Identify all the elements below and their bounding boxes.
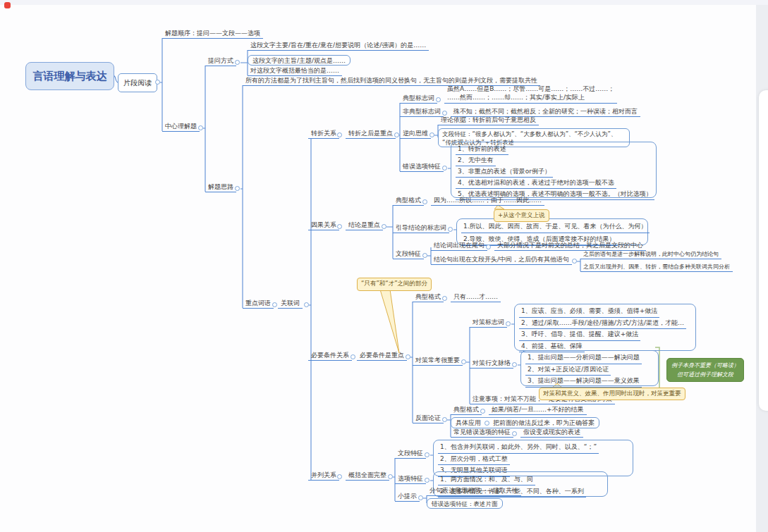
topic-bl-feature-item[interactable]: 2、层次分明，格式工整 (438, 454, 510, 466)
topic-biyao-focus[interactable]: 必要条件是重点 (357, 351, 407, 361)
collapse-icon[interactable] (512, 431, 517, 436)
topic-head-item[interactable]: 之后的语句是进一步解释说明，此时中心句仍为结论句 (580, 249, 721, 259)
collapse-icon[interactable] (461, 359, 466, 364)
topic-yinguo-focus[interactable]: 结论是重点 (346, 221, 383, 230)
topic-binglie-focus[interactable]: 概括全面完整 (346, 471, 389, 481)
collapse-icon[interactable] (429, 132, 434, 137)
topic-ask-item[interactable]: 这段文字主要/旨在/重在/意在/想要说明（论述/强调）的是…… (248, 41, 429, 51)
collapse-icon[interactable] (235, 186, 240, 191)
record-indicator-icon[interactable] (4, 2, 11, 8)
collapse-icon[interactable] (436, 97, 441, 102)
collapse-icon[interactable] (304, 302, 309, 307)
topic-typical-text[interactable]: 虽然A……但是B……；尽管……可是……；……不过……； ……然而……；……却……… (444, 85, 617, 104)
topic-error-label[interactable]: 错误选项特征 (400, 162, 444, 172)
topic-fm-error-text[interactable]: 假设变成现实的表述 (520, 428, 583, 438)
collapse-icon[interactable] (442, 111, 447, 116)
topic-pianduan[interactable]: 片段阅读 (118, 73, 157, 92)
topic-tip-item[interactable]: 分句表达意思相同——提取共性 (427, 486, 521, 496)
topic-vein-label[interactable]: 对策行文脉络 (470, 359, 513, 369)
collapse-icon[interactable] (198, 125, 203, 130)
topic-zhuanzhe-label[interactable]: 转折关系 (308, 129, 339, 139)
topic-marker-item[interactable]: 1.所以、因此、因而、故而、于是、可见、看来（为什么、为何） (461, 221, 650, 233)
topic-reverse-label[interactable]: 逆向思维 (400, 129, 431, 139)
collapse-icon[interactable] (422, 199, 427, 204)
collapse-icon[interactable] (486, 245, 491, 249)
collapse-icon[interactable] (235, 60, 240, 65)
topic-ask-label[interactable]: 提问方式 (205, 56, 236, 66)
topic-by-format-text[interactable]: 只有……才…… (451, 292, 501, 302)
collapse-icon[interactable] (480, 409, 485, 414)
topic-yg-feature-label[interactable]: 文段特征 (393, 249, 424, 259)
topic-fm-apply-label[interactable]: 具体应用 (456, 419, 481, 428)
topic-zhongxin[interactable]: 中心理解题 (162, 122, 200, 132)
topic-fm-format-label[interactable]: 典型格式 (451, 405, 482, 415)
topic-tip-item[interactable]: 错误选项特征：表述片面 (427, 498, 503, 509)
collapse-icon[interactable] (425, 452, 429, 457)
topic-by-format-label[interactable]: 典型格式 (413, 292, 444, 302)
topic-yinguo-label[interactable]: 因果关系 (308, 221, 339, 230)
topic-yg-format-text[interactable]: 因为……所以……；由于……因此…… (431, 196, 544, 206)
collapse-icon[interactable] (506, 321, 511, 326)
topic-tail-label[interactable]: 结论词出现在尾句 (431, 241, 487, 251)
topic-biyao-label[interactable]: 必要条件关系 (308, 351, 352, 361)
collapse-icon[interactable] (418, 495, 423, 500)
topic-duice-label[interactable]: 对策常考很重要 (413, 356, 463, 366)
topic-tip-label[interactable]: 小提示 (395, 492, 420, 502)
collapse-icon[interactable] (382, 224, 386, 229)
topic-binglie-label[interactable]: 并列关系 (308, 471, 339, 481)
topic-ask-item[interactable]: 对这段文字概括最恰当的是…… (248, 66, 342, 76)
topic-fanmian-label[interactable]: 反面论证 (413, 414, 444, 423)
topic-duice-marker-item[interactable]: 3、呼吁、倡导、提倡、提醒、建议+做法 (519, 329, 640, 341)
collapse-icon[interactable] (394, 132, 399, 137)
topic-duice-marker-label[interactable]: 对策标志词 (470, 318, 507, 328)
callout-yiyi[interactable]: +从这个意义上说 (494, 209, 549, 222)
collapse-icon[interactable] (337, 474, 342, 479)
collapse-icon[interactable] (422, 253, 427, 258)
topic-vein-item[interactable]: 1、提出问题——分析问题——解决问题 (525, 352, 642, 364)
collapse-icon[interactable] (448, 227, 453, 232)
collapse-icon[interactable] (337, 132, 342, 137)
topic-ask-item[interactable]: 这段文字的主旨/主题/观点是…… (248, 55, 351, 66)
topic-zhongdian[interactable]: 重点词语 (243, 299, 274, 309)
collapse-icon[interactable] (425, 478, 429, 483)
topic-atypical-label[interactable]: 非典型标志词 (400, 107, 444, 117)
topic-bl-feature-item[interactable]: 1、包含并列关联词，如此外、另外、同时、以及、“；” (438, 442, 599, 454)
topic-fm-apply-text[interactable]: 把前面的做法反过来，即为正确答案 (493, 419, 595, 428)
topic-fm-error-label[interactable]: 常见错误选项的特征 (451, 428, 513, 438)
topic-bl-option-item[interactable]: 1、两方面情况：和、及、与、同 (438, 474, 535, 485)
collapse-icon[interactable] (351, 354, 355, 359)
collapse-icon[interactable] (512, 362, 517, 367)
collapse-icon[interactable] (155, 80, 160, 85)
collapse-icon[interactable] (388, 474, 393, 479)
topic-fm-format-text[interactable]: 如果/倘若/一旦……+不好的结果 (489, 405, 587, 415)
topic-silu-label[interactable]: 解题思路 (205, 183, 236, 192)
collapse-icon[interactable] (406, 354, 410, 359)
topic-error-item[interactable]: 2、无中生有 (456, 155, 496, 166)
collapse-icon[interactable] (484, 421, 489, 426)
topic-duice-marker-item[interactable]: 1、应该、应当、必须、需要、亟须、值得+做法 (519, 306, 659, 318)
collapse-icon[interactable] (272, 302, 277, 307)
collapse-icon[interactable] (337, 224, 342, 229)
topic-bl-feature-label[interactable]: 文段特征 (395, 449, 426, 459)
collapse-icon[interactable] (572, 259, 577, 264)
callout-duice-priority[interactable]: 对策和其意义、效果、作用同时出现时，对策更重要 (539, 388, 685, 400)
topic-guanlian[interactable]: 关联词 (278, 299, 303, 309)
topic-error-item[interactable]: 4、优选相对温和的表述，表述过于绝对的选项一般不选 (456, 178, 616, 189)
topic-duice-marker-item[interactable]: 2、通过/采取……手段/途径/措施/方式/方法/渠道，才能… (519, 318, 686, 330)
topic-head-item[interactable]: 之后又出现并列、因果、转折，需结合多种关联词共同分析 (580, 262, 733, 272)
topic-error-item[interactable]: 1、转折前的表述 (456, 144, 508, 155)
topic-vein-item[interactable]: 3、提出问题——解决问题——意义效果 (525, 376, 642, 388)
topic-typical-label[interactable]: 典型标志词 (400, 94, 437, 104)
collapse-icon[interactable] (442, 417, 447, 422)
root-topic[interactable]: 言语理解与表达 (25, 62, 114, 90)
topic-reverse-basis[interactable]: 理论依据：转折前后句子意思相反 (438, 116, 539, 125)
topic-yg-format-label[interactable]: 典型格式 (393, 196, 424, 206)
topic-order[interactable]: 解题顺序：提问——文段——选项 (162, 29, 263, 39)
topic-marker-label[interactable]: 引导结论的标志词 (393, 223, 449, 233)
topic-error-item[interactable]: 3、非重点的表述（背景or例子） (456, 166, 553, 178)
green-note-example[interactable]: 例子本身不重要（可略读） 但可通过例子理解文段 (666, 358, 744, 382)
collapse-icon[interactable] (442, 166, 447, 171)
topic-fm-apply[interactable]: 具体应用 把前面的做法反过来，即为正确答案 (451, 417, 599, 428)
collapse-icon[interactable] (442, 296, 447, 301)
callout-zhiyou-cai[interactable]: “只有”和“才”之间的部分 (357, 278, 432, 291)
